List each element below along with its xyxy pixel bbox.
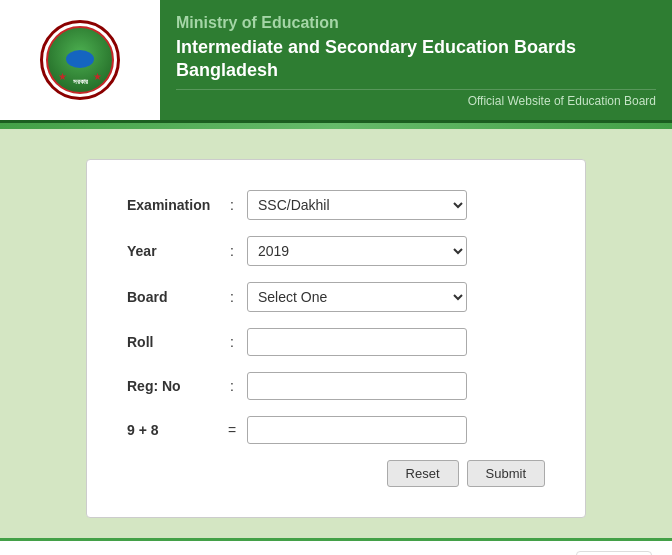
emblem-text: সরকার <box>73 78 88 86</box>
examination-label: Examination <box>127 197 217 213</box>
board-colon: : <box>217 289 247 305</box>
reset-button[interactable]: Reset <box>387 460 459 487</box>
emblem-water <box>66 50 94 68</box>
year-colon: : <box>217 243 247 259</box>
page-header: ★ ★ সরকার Ministry of Education Intermed… <box>0 0 672 123</box>
official-website-label: Official Website of Education Board <box>176 89 656 112</box>
captcha-input-area <box>247 416 545 444</box>
regno-colon: : <box>217 378 247 394</box>
roll-input-area <box>247 328 545 356</box>
year-select[interactable]: 2019 2018 2017 2016 <box>247 236 467 266</box>
board-select[interactable]: Select One Dhaka Chittagong Rajshahi Bar… <box>247 282 467 312</box>
main-content: Examination : SSC/Dakhil HSC JSC PSC Yea… <box>0 129 672 538</box>
year-input-area: 2019 2018 2017 2016 <box>247 236 545 266</box>
captcha-label: 9 + 8 <box>127 422 217 438</box>
board-label: Board <box>127 289 217 305</box>
examination-input-area: SSC/Dakhil HSC JSC PSC <box>247 190 545 220</box>
board-title: Intermediate and Secondary Education Boa… <box>176 36 656 83</box>
ministry-title: Ministry of Education <box>176 14 656 32</box>
examination-colon: : <box>217 197 247 213</box>
roll-colon: : <box>217 334 247 350</box>
page-footer: ©2005-2019 Ministry of Education, All ri… <box>0 538 672 555</box>
powered-by-area: Powered by টেলিটক 🌿 <box>505 551 652 555</box>
teletalk-logo: টেলিটক 🌿 <box>576 551 652 555</box>
captcha-equal: = <box>217 422 247 438</box>
emblem-star-left: ★ <box>58 71 67 82</box>
regno-input-area <box>247 372 545 400</box>
board-input-area: Select One Dhaka Chittagong Rajshahi Bar… <box>247 282 545 312</box>
board-row: Board : Select One Dhaka Chittagong Rajs… <box>127 282 545 312</box>
captcha-row: 9 + 8 = <box>127 416 545 444</box>
examination-row: Examination : SSC/Dakhil HSC JSC PSC <box>127 190 545 220</box>
captcha-input[interactable] <box>247 416 467 444</box>
year-label: Year <box>127 243 217 259</box>
form-card: Examination : SSC/Dakhil HSC JSC PSC Yea… <box>86 159 586 518</box>
emblem-star-right: ★ <box>93 71 102 82</box>
emblem-circle: ★ ★ সরকার <box>40 20 120 100</box>
roll-input[interactable] <box>247 328 467 356</box>
emblem-inner: ★ ★ সরকার <box>46 26 114 94</box>
regno-label: Reg: No <box>127 378 217 394</box>
submit-button[interactable]: Submit <box>467 460 545 487</box>
regno-input[interactable] <box>247 372 467 400</box>
header-text-area: Ministry of Education Intermediate and S… <box>160 0 672 120</box>
regno-row: Reg: No : <box>127 372 545 400</box>
examination-select[interactable]: SSC/Dakhil HSC JSC PSC <box>247 190 467 220</box>
button-row: Reset Submit <box>127 460 545 487</box>
roll-label: Roll <box>127 334 217 350</box>
roll-row: Roll : <box>127 328 545 356</box>
year-row: Year : 2019 2018 2017 2016 <box>127 236 545 266</box>
logo-area: ★ ★ সরকার <box>0 0 160 120</box>
